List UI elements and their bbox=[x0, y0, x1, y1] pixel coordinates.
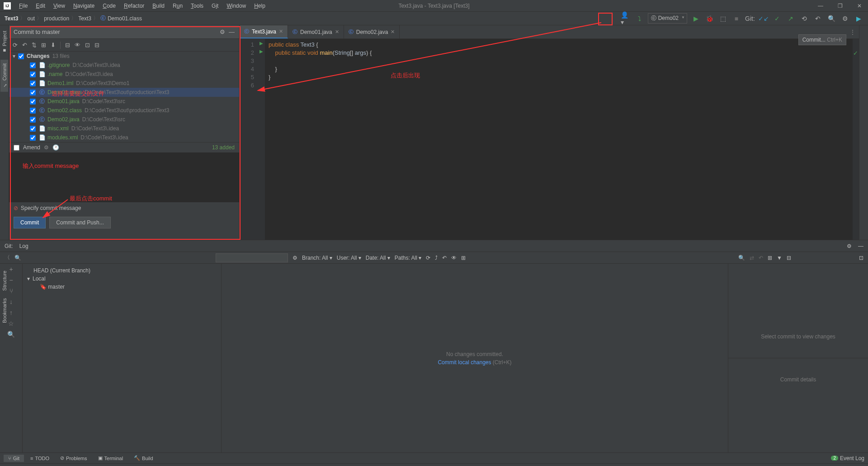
file-row[interactable]: 📄 .gitignore D:\Code\Text3\.idea bbox=[9, 61, 239, 70]
commit-button[interactable]: Commit bbox=[14, 217, 46, 228]
file-row[interactable]: ⓒ Demo02.java D:\Code\Text3\src bbox=[9, 115, 239, 124]
build-tab[interactable]: 🔨 Build bbox=[129, 454, 157, 462]
close-button[interactable]: ✕ bbox=[854, 3, 864, 9]
gear-icon[interactable]: ⚙ bbox=[847, 243, 852, 249]
amend-checkbox[interactable] bbox=[14, 145, 19, 151]
regex-icon[interactable]: ⚙ bbox=[292, 255, 297, 261]
view-icon[interactable]: 👁 bbox=[75, 42, 80, 48]
branch-icon[interactable]: ⑂ bbox=[9, 287, 13, 295]
plus-icon[interactable]: + bbox=[9, 266, 13, 273]
group-checkbox[interactable] bbox=[18, 53, 24, 59]
push-icon[interactable]: ↑ bbox=[9, 309, 13, 316]
run-gutter-icon[interactable]: ▶ bbox=[258, 49, 265, 57]
menu-help[interactable]: Help bbox=[250, 2, 269, 10]
open-new-tab-icon[interactable]: ⊞ bbox=[461, 255, 466, 261]
group-icon[interactable]: ⊞ bbox=[768, 255, 772, 261]
terminal-tab[interactable]: ▣ Terminal bbox=[94, 454, 128, 462]
head-row[interactable]: HEAD (Current Branch) bbox=[27, 266, 217, 275]
file-checkbox[interactable] bbox=[30, 90, 36, 95]
editor-tab[interactable]: ⓒ Demo01.java ✕ bbox=[288, 25, 344, 38]
file-row[interactable]: ⓒ Demo01.java D:\Code\Text3\src bbox=[9, 97, 239, 106]
file-checkbox[interactable] bbox=[30, 99, 36, 105]
file-checkbox[interactable] bbox=[30, 71, 36, 77]
file-checkbox[interactable] bbox=[30, 108, 36, 114]
changes-group[interactable]: ▾ Changes 13 files bbox=[9, 52, 239, 61]
search-icon[interactable]: 🔍 bbox=[826, 14, 836, 24]
log-search-input[interactable] bbox=[216, 253, 288, 262]
code-area[interactable]: public class Text3 { public static void … bbox=[265, 39, 853, 240]
revert-icon[interactable]: ↶ bbox=[759, 255, 763, 261]
build-icon[interactable]: ⤵ bbox=[634, 14, 644, 24]
problems-tab[interactable]: ⊘ Problems bbox=[56, 454, 91, 462]
breadcrumb-item[interactable]: Text3 bbox=[5, 15, 18, 22]
debug-icon[interactable]: 🐞 bbox=[704, 14, 714, 24]
hide-icon[interactable]: — bbox=[858, 243, 863, 249]
file-checkbox[interactable] bbox=[30, 81, 36, 86]
git-log-tab[interactable]: Log bbox=[19, 243, 28, 249]
menu-code[interactable]: Code bbox=[99, 2, 119, 10]
file-checkbox[interactable] bbox=[30, 126, 36, 132]
commit-message-input[interactable] bbox=[9, 152, 239, 202]
user-icon[interactable]: 👤▾ bbox=[621, 14, 631, 24]
file-checkbox[interactable] bbox=[30, 62, 36, 68]
commit-icon[interactable]: ✓ bbox=[772, 14, 782, 24]
collapse-icon[interactable]: ⊟ bbox=[94, 42, 99, 48]
user-filter[interactable]: User: All ▾ bbox=[337, 255, 361, 261]
diff-icon[interactable]: ⇄ bbox=[750, 255, 754, 261]
breadcrumb-item[interactable]: Text3 bbox=[78, 15, 91, 22]
coverage-icon[interactable]: ⬚ bbox=[718, 14, 728, 24]
search-icon[interactable]: 🔍 bbox=[7, 331, 15, 338]
menu-view[interactable]: View bbox=[50, 2, 69, 10]
cherry-pick-icon[interactable]: ⤴ bbox=[435, 255, 438, 261]
update-icon[interactable]: ↓ bbox=[9, 298, 13, 305]
search-icon[interactable]: 🔍 bbox=[738, 255, 745, 261]
maximize-button[interactable]: ❐ bbox=[835, 3, 845, 9]
menu-build[interactable]: Build bbox=[149, 2, 168, 10]
push-icon[interactable]: ↗ bbox=[786, 14, 796, 24]
file-checkbox[interactable] bbox=[30, 135, 36, 141]
file-checkbox[interactable] bbox=[30, 117, 36, 123]
gear-icon[interactable]: ⚙ bbox=[220, 29, 225, 35]
group-icon[interactable]: ⊟ bbox=[65, 42, 70, 48]
settings-icon[interactable]: ⚙ bbox=[840, 14, 850, 24]
editor-tab[interactable]: ⓒ Demo02.java ✕ bbox=[344, 25, 400, 38]
run-anything-icon[interactable]: ▶ bbox=[854, 14, 863, 24]
view-options-icon[interactable]: 👁 bbox=[451, 255, 457, 261]
todo-tab[interactable]: ≡ TODO bbox=[26, 455, 54, 462]
menu-navigate[interactable]: Navigate bbox=[70, 2, 98, 10]
history-icon[interactable]: 🕐 bbox=[52, 144, 59, 151]
breadcrumb-item[interactable]: out bbox=[27, 15, 35, 22]
refresh-icon[interactable]: ⟳ bbox=[426, 255, 430, 261]
changelist-icon[interactable]: ⊞ bbox=[41, 42, 46, 48]
commit-local-link[interactable]: Commit local changes bbox=[438, 359, 491, 366]
date-filter[interactable]: Date: All ▾ bbox=[366, 255, 390, 261]
gear-icon[interactable]: ⚙ bbox=[44, 144, 49, 151]
run-config-selector[interactable]: ⓒ Demo02 bbox=[648, 13, 687, 24]
branch-master[interactable]: 🔖 master bbox=[27, 283, 217, 291]
close-tab-icon[interactable]: ✕ bbox=[335, 29, 339, 35]
back-icon[interactable]: 〈 bbox=[5, 254, 10, 262]
refresh-icon[interactable]: ⟳ bbox=[13, 42, 18, 48]
file-row[interactable]: 📄 Demo1.iml D:\Code\Text3\Demo1 bbox=[9, 79, 239, 88]
hide-icon[interactable]: — bbox=[229, 29, 235, 35]
close-tab-icon[interactable]: ✕ bbox=[391, 29, 395, 35]
minus-icon[interactable]: − bbox=[9, 276, 13, 284]
menu-refactor[interactable]: Refactor bbox=[120, 2, 148, 10]
close-tab-icon[interactable]: ✕ bbox=[279, 29, 283, 34]
file-row[interactable]: 📄 .name D:\Code\Text3\.idea bbox=[9, 70, 239, 79]
project-tab[interactable]: ■ Project bbox=[1, 27, 8, 57]
rollback-icon[interactable]: ↶ bbox=[22, 42, 27, 48]
branch-filter[interactable]: Branch: All ▾ bbox=[302, 255, 332, 261]
history-icon[interactable]: ⟲ bbox=[799, 14, 809, 24]
menu-git[interactable]: Git bbox=[208, 2, 222, 10]
commit-tab[interactable]: ✓ Commit bbox=[0, 60, 8, 92]
menu-edit[interactable]: Edit bbox=[32, 2, 49, 10]
run-gutter-icon[interactable]: ▶ bbox=[258, 41, 265, 49]
stop-icon[interactable]: ■ bbox=[731, 14, 741, 24]
search-icon[interactable]: 🔍 bbox=[14, 255, 21, 261]
tabs-more-icon[interactable]: ⋮ bbox=[846, 29, 859, 35]
paths-filter[interactable]: Paths: All ▾ bbox=[395, 255, 421, 261]
file-row[interactable]: 📄 misc.xml D:\Code\Text3\.idea bbox=[9, 124, 239, 133]
collapse-icon[interactable]: ⊡ bbox=[859, 255, 863, 261]
shelve-icon[interactable]: ⬇ bbox=[51, 42, 56, 48]
